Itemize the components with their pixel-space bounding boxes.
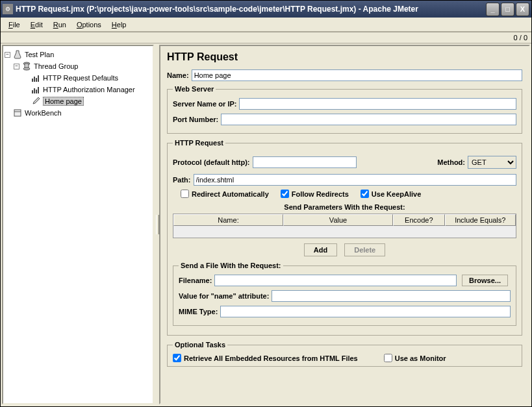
httprequest-legend: HTTP Request: [173, 139, 225, 147]
flask-icon: [12, 49, 23, 60]
svg-rect-9: [36, 90, 37, 93]
params-col-name[interactable]: Name:: [173, 214, 283, 226]
sampler-icon: [31, 73, 41, 83]
httprequest-fieldset: HTTP Request Protocol (default http): Me…: [167, 139, 522, 336]
main-panel: HTTP Request Name: Web Server Server Nam…: [159, 45, 530, 404]
redirect-auto-checkbox-label: Redirect Automatically: [181, 190, 269, 198]
window-titlebar: ⚙ HTTP Request.jmx (P:\projects\java-pow…: [1, 1, 531, 18]
menubar: File Edit Run Options Help: [1, 18, 531, 32]
port-number-label: Port Number:: [173, 116, 218, 123]
statusbar: 0 / 0: [1, 32, 531, 43]
tree-node-http-defaults[interactable]: HTTP Request Defaults: [43, 74, 118, 82]
panel-title: HTTP Request: [167, 51, 522, 63]
menu-edit[interactable]: Edit: [25, 19, 48, 30]
port-number-input[interactable]: [221, 114, 516, 125]
menu-help[interactable]: Help: [107, 19, 132, 30]
server-name-input[interactable]: [239, 98, 516, 110]
nameattr-input[interactable]: [272, 290, 511, 302]
follow-redirects-checkbox[interactable]: [281, 190, 289, 198]
optional-fieldset: Optional Tasks Retrieve All Embedded Res…: [167, 341, 522, 367]
filename-label: Filename:: [179, 277, 212, 284]
svg-point-2: [23, 68, 30, 70]
svg-rect-10: [38, 87, 39, 93]
mime-label: MIME Type:: [179, 308, 218, 315]
svg-rect-7: [32, 90, 33, 93]
window-title: HTTP Request.jmx (P:\projects\java-power…: [16, 5, 486, 14]
keepalive-checkbox[interactable]: [361, 190, 369, 198]
sampler-icon: [31, 84, 41, 95]
mime-input[interactable]: [220, 306, 511, 317]
server-name-label: Server Name or IP:: [173, 100, 236, 108]
add-button[interactable]: Add: [304, 243, 337, 256]
webserver-legend: Web Server: [173, 85, 216, 93]
params-table: Name: Value Encode? Include Equals?: [173, 214, 516, 238]
tree-node-workbench[interactable]: WorkBench: [25, 109, 62, 117]
path-label: Path:: [173, 176, 191, 184]
sendfile-legend: Send a File With the Request:: [179, 262, 283, 269]
tree-node-threadgroup[interactable]: Thread Group: [34, 62, 78, 70]
params-col-encode[interactable]: Encode?: [393, 214, 445, 226]
tree-node-home-page[interactable]: Home page: [43, 97, 84, 106]
svg-rect-3: [32, 79, 33, 82]
tree-node-http-auth[interactable]: HTTP Authorization Manager: [43, 86, 135, 93]
redirect-auto-checkbox[interactable]: [181, 190, 189, 198]
minimize-button[interactable]: _: [486, 3, 500, 16]
protocol-input[interactable]: [253, 156, 357, 168]
monitor-checkbox-label: Use as Monitor: [384, 354, 446, 362]
pipette-icon: [31, 96, 41, 106]
svg-rect-4: [34, 77, 35, 82]
retrieve-checkbox[interactable]: [173, 354, 181, 362]
tree-panel: − Test Plan − Thread Group HTTP Request …: [2, 45, 154, 404]
delete-button[interactable]: Delete: [344, 243, 385, 256]
monitor-checkbox[interactable]: [384, 354, 392, 362]
params-title: Send Parameters With the Request:: [173, 203, 516, 211]
status-counter: 0 / 0: [514, 34, 527, 42]
webserver-fieldset: Web Server Server Name or IP: Port Numbe…: [167, 85, 522, 134]
close-button[interactable]: X: [516, 3, 529, 16]
keepalive-checkbox-label: Use KeepAlive: [361, 190, 421, 198]
name-input[interactable]: [192, 69, 522, 81]
workbench-icon: [12, 108, 23, 118]
menu-file[interactable]: File: [3, 19, 25, 30]
protocol-label: Protocol (default http):: [173, 158, 250, 166]
tree-node-testplan[interactable]: Test Plan: [25, 51, 54, 58]
params-body[interactable]: [173, 226, 516, 238]
path-input[interactable]: [194, 174, 517, 186]
svg-rect-5: [36, 78, 37, 82]
tree-toggle-testplan[interactable]: −: [5, 52, 10, 58]
menu-run[interactable]: Run: [48, 19, 71, 30]
nameattr-label: Value for "name" attribute:: [179, 292, 269, 300]
maximize-button[interactable]: □: [501, 3, 514, 16]
browse-button[interactable]: Browse...: [462, 275, 508, 286]
svg-rect-8: [34, 88, 35, 93]
params-col-value[interactable]: Value: [283, 214, 393, 226]
svg-rect-11: [14, 110, 21, 116]
spool-icon: [21, 61, 32, 71]
tree-toggle-threadgroup[interactable]: −: [14, 64, 19, 69]
follow-redirects-checkbox-label: Follow Redirects: [281, 190, 349, 198]
filename-input[interactable]: [214, 275, 457, 286]
svg-rect-6: [38, 75, 39, 82]
method-label: Method:: [437, 158, 465, 166]
sendfile-fieldset: Send a File With the Request: Filename: …: [173, 262, 516, 326]
menu-options[interactable]: Options: [71, 19, 107, 30]
optional-legend: Optional Tasks: [173, 341, 227, 349]
retrieve-checkbox-label: Retrieve All Embedded Resources from HTM…: [173, 354, 358, 362]
method-select[interactable]: GET: [468, 156, 516, 169]
app-icon: ⚙: [3, 4, 13, 14]
name-label: Name:: [167, 71, 189, 79]
params-col-include[interactable]: Include Equals?: [445, 214, 516, 226]
